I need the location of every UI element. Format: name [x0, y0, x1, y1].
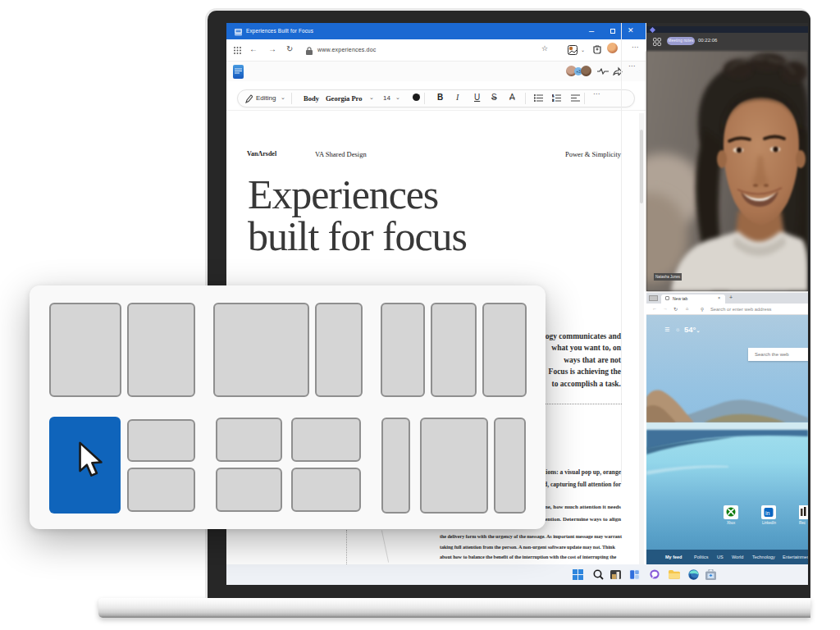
svg-text:in: in: [765, 510, 770, 516]
svg-text:My feed: My feed: [665, 555, 682, 559]
svg-text:Xbox: Xbox: [727, 521, 736, 525]
svg-text:Politics: Politics: [694, 555, 709, 559]
svg-text:US: US: [717, 555, 724, 559]
svg-text:Rec: Rec: [799, 521, 806, 525]
svg-text:Technology: Technology: [752, 555, 775, 559]
svg-text:Entertainment: Entertainment: [783, 555, 808, 559]
svg-text:World: World: [732, 555, 743, 559]
svg-text:LinkedIn: LinkedIn: [762, 521, 777, 525]
